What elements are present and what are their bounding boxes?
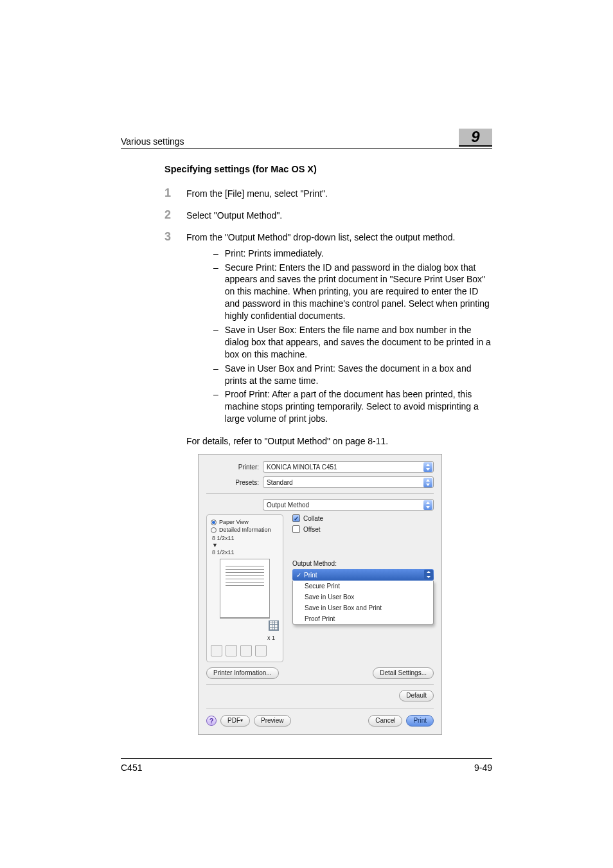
step-number: 2 [164, 209, 175, 221]
sublist-item: Proof Print: After a part of the documen… [213, 388, 492, 425]
sublist-item: Print: Prints immediately. [213, 248, 492, 260]
step-number: 1 [164, 187, 175, 199]
step-number: 3 [164, 231, 175, 242]
select-arrows-icon [423, 478, 432, 487]
offset-checkbox[interactable]: Offset [292, 525, 434, 533]
footer-model: C451 [121, 763, 142, 773]
sublist-item: Secure Print: Enters the ID and password… [213, 262, 492, 322]
paper-view-radio[interactable]: Paper View [211, 519, 279, 525]
detailed-info-radio[interactable]: Detailed Information [211, 527, 279, 533]
output-method-select[interactable]: ✓ Print Secure Print Save in User Box Sa… [292, 569, 434, 625]
preview-button[interactable]: Preview [254, 715, 291, 727]
footer-page-number: 9-49 [474, 763, 492, 773]
output-method-sublist: Print: Prints immediately. Secure Print:… [213, 248, 492, 425]
icon [240, 645, 252, 656]
step-3: 3 From the "Output Method" drop-down lis… [164, 231, 492, 427]
page-thumbnail [220, 559, 270, 618]
step-text: Select "Output Method". [186, 210, 492, 222]
sublist-item: Save in User Box and Print: Saves the do… [213, 363, 492, 387]
menu-item[interactable]: Secure Print [293, 581, 433, 592]
presets-select[interactable]: Standard [263, 476, 434, 488]
presets-label: Presets: [206, 479, 259, 486]
sublist-item: Save in User Box: Enters the file name a… [213, 324, 492, 361]
collate-checkbox[interactable]: Collate [292, 514, 434, 522]
paper-dims: 8 1/2x11▼8 1/2x11 [212, 535, 279, 556]
print-button[interactable]: Print [406, 715, 434, 727]
menu-item[interactable]: Save in User Box [293, 592, 433, 602]
step-list: 1 From the [File] menu, select "Print". … [164, 187, 492, 427]
page-footer: C451 9-49 [121, 758, 492, 773]
grid-icon [269, 620, 279, 631]
preview-tool-icons [211, 645, 279, 656]
printer-select[interactable]: KONICA MINOLTA C451 [263, 461, 434, 473]
help-icon[interactable]: ? [206, 716, 217, 726]
step-2: 2 Select "Output Method". [164, 209, 492, 222]
subheading: Specifying settings (for Mac OS X) [164, 164, 492, 174]
paper-preview-pane: Paper View Detailed Information 8 1/2x11… [206, 514, 283, 662]
step-text: From the "Output Method" drop-down list,… [186, 231, 492, 427]
output-method-menu[interactable]: Secure Print Save in User Box Save in Us… [292, 581, 434, 625]
chapter-number-badge: 9 [459, 129, 492, 147]
detail-settings-button[interactable]: Detail Settings... [373, 667, 434, 679]
select-arrows-icon [423, 462, 432, 472]
step-text: From the [File] menu, select "Print". [186, 188, 492, 200]
radio-icon [211, 520, 217, 525]
printer-label: Printer: [206, 464, 259, 471]
checkbox-icon [292, 514, 300, 522]
icon [255, 645, 267, 656]
radio-icon [211, 527, 217, 533]
pdf-button[interactable]: PDF [220, 715, 250, 727]
details-crossref: For details, refer to "Output Method" on… [186, 436, 492, 446]
printer-information-button[interactable]: Printer Information... [206, 667, 279, 679]
icon [226, 645, 237, 656]
page-header: Various settings 9 [121, 129, 492, 149]
checkmark-icon: ✓ [296, 572, 301, 579]
print-dialog: Printer: KONICA MINOLTA C451 Presets: St… [198, 454, 442, 734]
menu-item[interactable]: Proof Print [293, 613, 433, 624]
running-title: Various settings [121, 136, 184, 147]
menu-item[interactable]: Save in User Box and Print [293, 602, 433, 613]
checkbox-icon [292, 525, 300, 533]
icon [211, 645, 222, 656]
pane-select[interactable]: Output Method [263, 499, 434, 511]
copy-count: x 1 [211, 635, 275, 641]
output-method-label: Output Method: [292, 560, 434, 567]
step-1: 1 From the [File] menu, select "Print". [164, 187, 492, 200]
select-arrows-icon [423, 500, 432, 510]
select-arrows-icon [424, 570, 433, 579]
cancel-button[interactable]: Cancel [368, 715, 402, 727]
default-button[interactable]: Default [399, 690, 434, 701]
